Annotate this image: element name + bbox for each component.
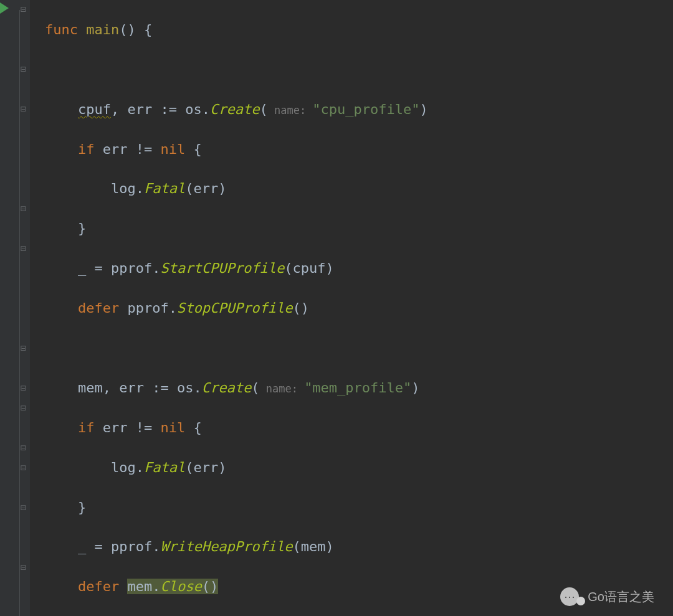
method-close: Close [160, 579, 201, 594]
code-line[interactable]: _ = pprof.WriteHeapProfile(mem) [45, 537, 673, 557]
code-line[interactable]: if err != nil { [45, 140, 673, 159]
fold-end-icon[interactable]: ⊟ [19, 561, 27, 575]
fold-end-icon[interactable]: ⊟ [19, 402, 27, 415]
fold-end-icon[interactable]: ⊟ [19, 103, 27, 116]
code-line[interactable]: _ = pprof.StartCPUProfile(cpuf) [45, 258, 673, 278]
code-line[interactable]: if err != nil { [45, 418, 673, 438]
text: () { [119, 22, 152, 37]
fold-end-icon[interactable]: ⊟ [19, 501, 27, 515]
string-literal: "cpu_profile" [312, 102, 419, 117]
var-err: err [127, 102, 152, 117]
fold-icon[interactable]: ⊟ [19, 462, 27, 475]
code-line[interactable]: } [45, 498, 673, 518]
pkg-os: os [185, 102, 202, 117]
fold-icon[interactable]: ⊟ [19, 342, 27, 356]
code-line[interactable]: log.Fatal(err) [45, 458, 673, 478]
code-line[interactable]: log.Fatal(err) [45, 179, 673, 199]
pkg-log: log [111, 181, 136, 196]
wechat-icon: ⋯ [560, 587, 579, 606]
fold-icon[interactable]: ⊟ [19, 63, 27, 77]
param-hint: name: [268, 104, 313, 116]
watermark: ⋯ Go语言之美 [560, 587, 654, 606]
blank-ident: _ [78, 260, 86, 276]
code-editor[interactable]: ⊟ ⊟ ⊟ ⊟ ⊟ ⊟ ⊟ ⊟ ⊟ ⊟ ⊟ ⊟ func main() { cp… [0, 0, 673, 616]
code-line[interactable]: func main() { [45, 20, 673, 40]
fold-icon[interactable]: ⊟ [19, 202, 27, 216]
fold-icon[interactable]: ⊟ [19, 3, 27, 17]
keyword-defer: defer [78, 300, 119, 316]
pkg-pprof: pprof [111, 260, 152, 276]
var-cpuf: cpuf [78, 102, 111, 117]
func-main: main [86, 22, 119, 37]
keyword-nil: nil [160, 141, 185, 157]
fold-end-icon[interactable]: ⊟ [19, 382, 27, 396]
gutter: ⊟ ⊟ ⊟ ⊟ ⊟ ⊟ ⊟ ⊟ ⊟ ⊟ ⊟ ⊟ [0, 0, 30, 616]
fold-end-icon[interactable]: ⊟ [19, 242, 27, 256]
method-stopcpu: StopCPUProfile [177, 300, 292, 316]
code-line[interactable]: defer pprof.StopCPUProfile() [45, 298, 673, 318]
fold-icon[interactable]: ⊟ [19, 442, 27, 455]
method-create: Create [210, 102, 259, 117]
code-line[interactable]: mem, err := os.Create( name: "mem_profil… [45, 378, 673, 398]
code-area[interactable]: func main() { cpuf, err := os.Create( na… [30, 0, 673, 616]
method-writeheap: WriteHeapProfile [160, 539, 292, 554]
var-mem: mem [78, 380, 103, 396]
method-startcpu: StartCPUProfile [160, 260, 284, 276]
keyword-func: func [45, 22, 78, 37]
method-fatal: Fatal [144, 181, 185, 196]
code-line[interactable]: cpuf, err := os.Create( name: "cpu_profi… [45, 100, 673, 120]
keyword-if: if [78, 141, 95, 157]
code-line[interactable]: } [45, 219, 673, 239]
watermark-text: Go语言之美 [588, 588, 654, 606]
